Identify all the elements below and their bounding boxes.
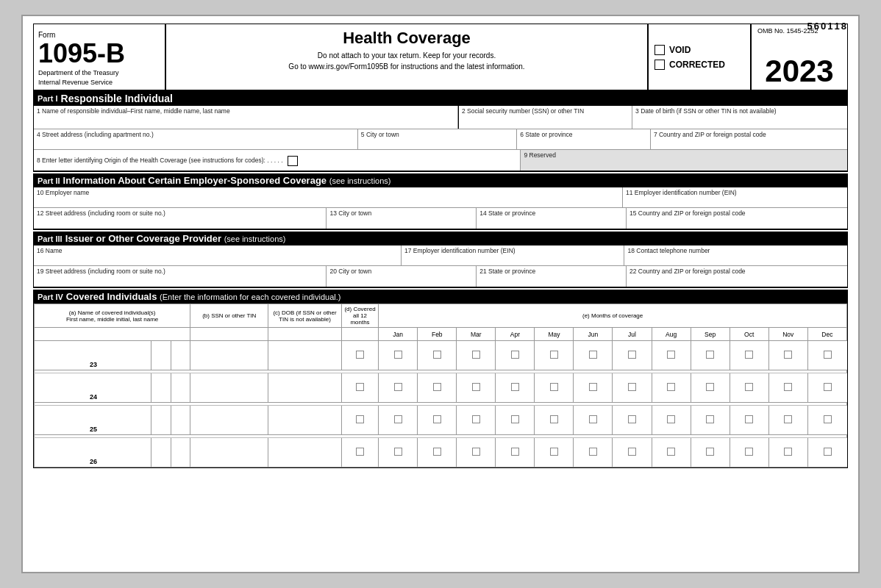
month-cb[interactable] <box>394 415 402 423</box>
col-a-name[interactable]: 23 <box>35 341 151 370</box>
month-cb[interactable] <box>745 351 753 359</box>
corrected-checkbox[interactable] <box>654 60 665 70</box>
col-b-ssn[interactable] <box>190 341 268 370</box>
month-checkbox-5[interactable] <box>535 406 574 435</box>
month-checkbox-7[interactable] <box>613 438 652 467</box>
col-a-mi[interactable] <box>151 341 171 370</box>
month-checkbox-2[interactable] <box>418 438 457 467</box>
month-cb[interactable] <box>784 383 792 391</box>
month-cb[interactable] <box>433 415 441 423</box>
month-checkbox-3[interactable] <box>457 406 496 435</box>
col-d-covered[interactable] <box>341 438 378 467</box>
col-c-dob[interactable] <box>268 341 341 370</box>
month-cb[interactable] <box>745 415 753 423</box>
month-checkbox-3[interactable] <box>457 373 496 403</box>
month-cb[interactable] <box>667 351 675 359</box>
month-checkbox-5[interactable] <box>535 341 574 370</box>
month-checkbox-6[interactable] <box>574 438 613 467</box>
month-cb[interactable] <box>628 448 636 456</box>
month-checkbox-9[interactable] <box>691 341 730 370</box>
month-checkbox-1[interactable] <box>379 341 418 370</box>
month-cb[interactable] <box>824 351 832 359</box>
month-cb[interactable] <box>589 448 597 456</box>
col-b-ssn[interactable] <box>190 406 268 435</box>
month-checkbox-9[interactable] <box>691 373 730 403</box>
col-c-dob[interactable] <box>268 373 341 403</box>
month-cb[interactable] <box>628 415 636 423</box>
col-b-ssn[interactable] <box>190 438 268 467</box>
month-checkbox-5[interactable] <box>535 438 574 467</box>
month-checkbox-8[interactable] <box>652 341 691 370</box>
month-checkbox-12[interactable] <box>807 438 846 467</box>
month-cb[interactable] <box>550 448 558 456</box>
month-checkbox-1[interactable] <box>379 406 418 435</box>
month-checkbox-10[interactable] <box>730 406 768 435</box>
col-a-last[interactable] <box>171 373 190 403</box>
month-cb[interactable] <box>433 383 441 391</box>
month-cb[interactable] <box>745 448 753 456</box>
month-cb[interactable] <box>394 448 402 456</box>
col-a-name[interactable]: 25 <box>35 406 151 435</box>
col-a-mi[interactable] <box>151 373 171 403</box>
field-8-checkbox[interactable] <box>288 156 298 166</box>
col-a-last[interactable] <box>171 438 190 467</box>
covered-all-checkbox[interactable] <box>356 351 364 359</box>
month-checkbox-12[interactable] <box>807 406 846 435</box>
month-checkbox-11[interactable] <box>768 438 807 467</box>
col-a-name[interactable]: 24 <box>35 373 151 403</box>
month-cb[interactable] <box>589 351 597 359</box>
month-cb[interactable] <box>394 383 402 391</box>
month-checkbox-10[interactable] <box>730 373 768 403</box>
month-checkbox-4[interactable] <box>496 341 535 370</box>
month-cb[interactable] <box>511 383 519 391</box>
month-cb[interactable] <box>784 351 792 359</box>
month-cb[interactable] <box>824 383 832 391</box>
covered-all-checkbox[interactable] <box>356 415 364 423</box>
col-c-dob[interactable] <box>268 406 341 435</box>
month-cb[interactable] <box>511 448 519 456</box>
col-a-mi[interactable] <box>151 406 171 435</box>
month-cb[interactable] <box>472 415 480 423</box>
col-d-covered[interactable] <box>341 373 378 403</box>
month-checkbox-11[interactable] <box>768 406 807 435</box>
col-d-covered[interactable] <box>341 341 378 370</box>
month-cb[interactable] <box>706 383 714 391</box>
month-cb[interactable] <box>628 383 636 391</box>
col-a-mi[interactable] <box>151 438 171 467</box>
month-cb[interactable] <box>667 448 675 456</box>
month-checkbox-5[interactable] <box>535 373 574 403</box>
month-cb[interactable] <box>706 448 714 456</box>
month-checkbox-12[interactable] <box>807 341 846 370</box>
month-cb[interactable] <box>667 383 675 391</box>
col-d-covered[interactable] <box>341 406 378 435</box>
month-cb[interactable] <box>628 351 636 359</box>
month-checkbox-10[interactable] <box>730 341 768 370</box>
month-checkbox-9[interactable] <box>691 438 730 467</box>
month-checkbox-4[interactable] <box>496 406 535 435</box>
month-cb[interactable] <box>824 448 832 456</box>
month-cb[interactable] <box>472 448 480 456</box>
covered-all-checkbox[interactable] <box>356 383 364 391</box>
month-checkbox-4[interactable] <box>496 373 535 403</box>
month-checkbox-12[interactable] <box>807 373 846 403</box>
month-checkbox-9[interactable] <box>691 406 730 435</box>
month-cb[interactable] <box>784 415 792 423</box>
month-cb[interactable] <box>511 415 519 423</box>
col-a-last[interactable] <box>171 406 190 435</box>
month-checkbox-7[interactable] <box>613 373 652 403</box>
month-cb[interactable] <box>706 351 714 359</box>
month-cb[interactable] <box>824 415 832 423</box>
month-cb[interactable] <box>745 383 753 391</box>
month-checkbox-4[interactable] <box>496 438 535 467</box>
col-c-dob[interactable] <box>268 438 341 467</box>
month-cb[interactable] <box>550 351 558 359</box>
month-cb[interactable] <box>472 351 480 359</box>
col-a-last[interactable] <box>171 341 190 370</box>
month-checkbox-3[interactable] <box>457 341 496 370</box>
month-cb[interactable] <box>589 415 597 423</box>
month-cb[interactable] <box>511 351 519 359</box>
month-cb[interactable] <box>394 351 402 359</box>
month-cb[interactable] <box>550 415 558 423</box>
month-checkbox-8[interactable] <box>652 438 691 467</box>
month-checkbox-7[interactable] <box>613 341 652 370</box>
